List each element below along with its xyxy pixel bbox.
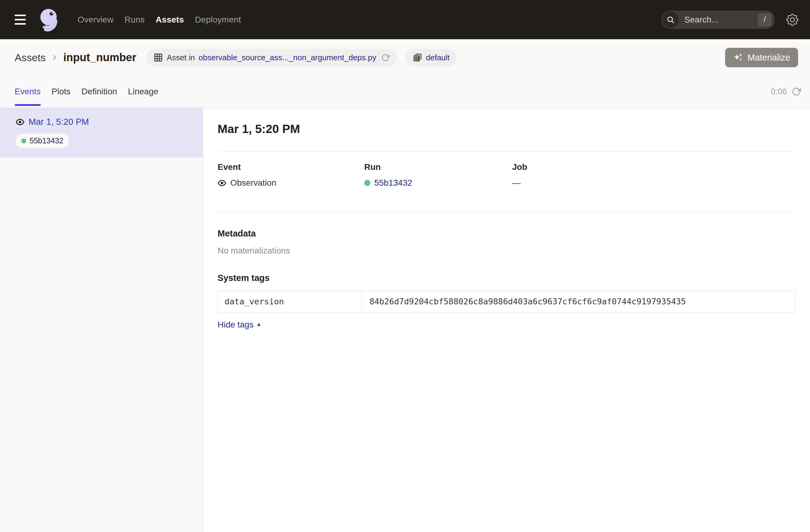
- divider: [217, 151, 796, 152]
- dagster-logo[interactable]: [37, 7, 62, 32]
- eye-observation-icon: [16, 117, 25, 127]
- tag-value-cell: 84b26d7d9204cbf588026c8a9886d403a6c9637c…: [362, 291, 796, 312]
- system-tags-heading: System tags: [217, 273, 796, 283]
- dagster-app: Overview Runs Assets Deployment Search..…: [0, 0, 810, 532]
- eye-observation-icon: [217, 179, 226, 188]
- run-status-dot: [364, 180, 370, 186]
- run-column-label: Run: [364, 162, 512, 172]
- topbar-right: Search... /: [662, 11, 798, 29]
- table-row: data_version 84b26d7d9204cbf588026c8a988…: [218, 291, 796, 312]
- run-chip[interactable]: 55b13432: [16, 134, 69, 148]
- dagster-octopus-icon: [37, 7, 62, 32]
- refresh-countdown: 0:06: [771, 87, 787, 96]
- event-detail-panel: Mar 1, 5:20 PM Event Observation Run: [203, 108, 810, 532]
- tab-definition[interactable]: Definition: [82, 76, 117, 108]
- primary-nav: Overview Runs Assets Deployment: [78, 15, 241, 25]
- content-area: Mar 1, 5:20 PM 55b13432 Mar 1, 5:20 PM E…: [0, 108, 810, 532]
- repo-grid-icon: [412, 53, 422, 62]
- event-timestamp: Mar 1, 5:20 PM: [29, 117, 89, 127]
- tab-events[interactable]: Events: [15, 76, 41, 108]
- event-detail-title: Mar 1, 5:20 PM: [217, 122, 796, 136]
- events-sidebar: Mar 1, 5:20 PM 55b13432: [0, 108, 203, 532]
- asset-in-prefix: Asset in: [167, 53, 195, 62]
- event-column: Event Observation: [217, 162, 364, 188]
- metadata-heading: Metadata: [217, 229, 796, 239]
- materialize-button[interactable]: Materialize: [725, 48, 798, 67]
- tag-key-cell: data_version: [218, 291, 362, 312]
- materialize-label: Materialize: [748, 53, 790, 63]
- divider: [217, 212, 796, 212]
- metadata-empty-state: No materializations: [217, 246, 796, 256]
- page-title: input_number: [63, 51, 136, 64]
- breadcrumb-chevron-icon: [51, 54, 58, 61]
- hide-tags-link[interactable]: Hide tags ▲: [217, 320, 261, 329]
- event-list-item[interactable]: Mar 1, 5:20 PM 55b13432: [0, 108, 203, 158]
- refresh-icon[interactable]: [792, 87, 801, 96]
- run-column: Run 55b13432: [364, 162, 512, 188]
- nav-assets[interactable]: Assets: [156, 15, 184, 25]
- tab-plots[interactable]: Plots: [52, 76, 70, 108]
- system-tags-table: data_version 84b26d7d9204cbf588026c8a988…: [217, 290, 796, 312]
- search-input[interactable]: Search... /: [662, 11, 775, 29]
- slash-shortcut-key: /: [758, 13, 772, 27]
- job-column-label: Job: [512, 162, 796, 172]
- run-chip-label: 55b13432: [30, 136, 63, 145]
- event-type-label: Observation: [230, 178, 276, 188]
- settings-gear-icon[interactable]: [786, 14, 798, 26]
- code-location-pill: default: [405, 49, 457, 66]
- code-location-link[interactable]: default: [426, 53, 450, 62]
- search-icon: [662, 12, 679, 28]
- breadcrumb: Assets input_number Asset in observable_…: [0, 39, 810, 76]
- event-summary-grid: Event Observation Run 55b13432: [217, 162, 796, 188]
- hide-tags-label: Hide tags: [217, 320, 254, 329]
- table-grid-icon: [153, 53, 163, 62]
- event-column-label: Event: [217, 162, 364, 172]
- menu-hamburger-icon[interactable]: [14, 13, 27, 27]
- nav-overview[interactable]: Overview: [78, 15, 113, 25]
- job-value: —: [512, 178, 796, 188]
- event-type-value: Observation: [217, 178, 364, 188]
- caret-up-icon: ▲: [256, 321, 261, 327]
- asset-definition-pill: Asset in observable_source_ass..._non_ar…: [146, 49, 396, 66]
- refresh-area: 0:06: [771, 76, 801, 108]
- run-status-dot: [21, 139, 26, 143]
- search-placeholder: Search...: [684, 15, 718, 25]
- event-item-header: Mar 1, 5:20 PM: [16, 117, 196, 127]
- asset-file-link[interactable]: observable_source_ass..._non_argument_de…: [199, 53, 376, 62]
- top-navigation-bar: Overview Runs Assets Deployment Search..…: [0, 0, 810, 39]
- tabs-bar: Events Plots Definition Lineage 0:06: [0, 76, 810, 108]
- run-value: 55b13432: [364, 178, 512, 188]
- nav-deployment[interactable]: Deployment: [195, 15, 241, 25]
- job-column: Job —: [512, 162, 796, 188]
- reload-definition-icon[interactable]: [381, 53, 389, 62]
- tab-lineage[interactable]: Lineage: [128, 76, 159, 108]
- run-id-link[interactable]: 55b13432: [374, 178, 412, 188]
- breadcrumb-assets-link[interactable]: Assets: [15, 52, 46, 64]
- page-header: Assets input_number Asset in observable_…: [0, 39, 810, 108]
- sparkles-icon: [733, 52, 743, 63]
- nav-runs[interactable]: Runs: [125, 15, 145, 25]
